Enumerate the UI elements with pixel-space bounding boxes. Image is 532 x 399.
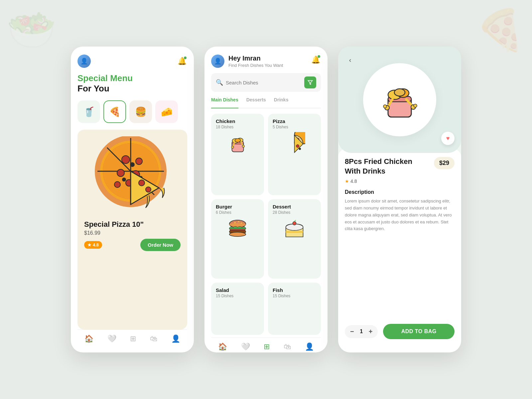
fish-title: Fish <box>273 287 316 293</box>
quantity-increase[interactable]: + <box>369 328 373 335</box>
screen2-header: 👤 Hey Imran Find Fresh Dishes You Want 🔔 <box>211 55 321 68</box>
screen3-hero: ‹ <box>338 47 461 153</box>
bell-icon[interactable]: 🔔 <box>177 56 187 66</box>
bell-icon-2[interactable]: 🔔 <box>310 55 321 65</box>
svg-point-56 <box>394 89 405 96</box>
svg-point-9 <box>117 169 124 177</box>
star-icon: ★ <box>87 242 91 247</box>
svg-line-45 <box>295 220 296 221</box>
svg-point-32 <box>296 145 299 148</box>
filter-button[interactable] <box>304 76 316 88</box>
svg-point-52 <box>383 105 387 108</box>
burger-icon <box>216 217 259 242</box>
avatar: 👤 <box>77 55 91 68</box>
product-hero-image <box>363 63 436 136</box>
svg-point-55 <box>414 104 417 107</box>
dessert-icon <box>273 217 316 242</box>
screen1-header: 👤 🔔 <box>77 55 187 68</box>
salad-count: 15 Dishes <box>216 294 259 298</box>
screen3-content: 8Pcs Fried Chicken With Drinks $29 ★ 4.8… <box>338 149 461 352</box>
pizza-title: Pizza <box>273 118 316 124</box>
svg-point-15 <box>122 178 126 182</box>
nav2-profile[interactable]: 👤 <box>305 342 314 351</box>
nav-grid[interactable]: ⊞ <box>130 334 136 343</box>
svg-rect-43 <box>286 231 303 233</box>
svg-point-35 <box>229 223 246 226</box>
quantity-value: 1 <box>358 329 365 334</box>
fish-count: 15 Dishes <box>273 294 316 298</box>
dessert-count: 28 Dishes <box>273 210 316 215</box>
dessert-title: Dessert <box>273 204 316 209</box>
burger-title: Burger <box>216 204 259 209</box>
pizza-count: 5 Dishes <box>273 125 316 129</box>
greeting-subtext: Find Fresh Dishes You Want <box>228 63 283 68</box>
category-drinks[interactable]: 🥤 <box>77 100 100 123</box>
category-burger[interactable]: 🍔 <box>129 100 152 123</box>
product-name: 8Pcs Fried Chicken With Drinks <box>345 157 430 176</box>
favorite-button[interactable]: ♥ <box>441 132 455 145</box>
category-cheese[interactable]: 🧀 <box>155 100 178 123</box>
menu-card-chicken[interactable]: Chicken 18 Dishes <box>211 114 264 195</box>
search-icon: 🔍 <box>216 79 223 86</box>
order-now-button[interactable]: Order Now <box>140 239 181 251</box>
svg-point-44 <box>293 221 296 225</box>
add-to-bag-row: − 1 + ADD TO BAG <box>345 324 455 344</box>
rating-number: 4.8 <box>350 179 357 184</box>
chicken-icon <box>216 132 259 159</box>
back-button[interactable]: ‹ <box>345 55 355 65</box>
quantity-control: − 1 + <box>345 325 378 338</box>
svg-point-41 <box>229 232 246 236</box>
nav-favorites[interactable]: 🤍 <box>107 334 116 343</box>
featured-card: Special Pizza 10" $16.99 ★ 4.8 Order Now <box>77 130 187 330</box>
screen2-phone: 👤 Hey Imran Find Fresh Dishes You Want 🔔… <box>204 47 328 352</box>
chicken-count: 18 Dishes <box>216 125 259 129</box>
featured-price: $16.99 <box>84 230 181 236</box>
nav2-favorites[interactable]: 🤍 <box>241 342 250 351</box>
tab-desserts[interactable]: Desserts <box>246 97 266 105</box>
add-to-bag-button[interactable]: ADD TO BAG <box>383 324 455 339</box>
category-pizza[interactable]: 🍕 <box>103 100 126 123</box>
screens-container: 👤 🔔 Special Menu For You 🥤 🍕 🍔 🧀 <box>71 47 461 352</box>
svg-point-24 <box>231 146 234 148</box>
search-input[interactable] <box>226 80 302 85</box>
svg-point-17 <box>139 180 145 186</box>
search-bar: 🔍 <box>211 73 321 92</box>
nav-bag[interactable]: 🛍 <box>150 334 157 343</box>
featured-name: Special Pizza 10" <box>84 220 181 229</box>
nav2-bag[interactable]: 🛍 <box>284 342 291 351</box>
rating-badge: ★ 4.8 <box>84 241 102 249</box>
nav-profile[interactable]: 👤 <box>171 334 180 343</box>
quantity-decrease[interactable]: − <box>350 328 354 335</box>
nav2-grid[interactable]: ⊞ <box>264 342 270 351</box>
bg-decor-tr: 🍕 <box>475 7 525 54</box>
description-text: Lorem ipsum dolor sit amet, consetetur s… <box>345 198 455 317</box>
nav-home[interactable]: 🏠 <box>84 334 93 343</box>
description-title: Description <box>345 189 455 195</box>
screen1-title: Special Menu For You <box>77 73 187 94</box>
tab-drinks[interactable]: Drinks <box>274 97 289 105</box>
bell-notification-dot <box>184 57 187 59</box>
bottom-nav-2: 🏠 🤍 ⊞ 🛍 👤 <box>211 337 321 352</box>
svg-point-28 <box>235 139 240 142</box>
svg-point-27 <box>242 145 244 147</box>
salad-title: Salad <box>216 287 259 293</box>
menu-card-salad[interactable]: Salad 15 Dishes <box>211 283 264 335</box>
menu-card-dessert[interactable]: Dessert 28 Dishes <box>268 199 321 279</box>
chicken-title: Chicken <box>216 118 259 124</box>
pizza-illustration <box>92 136 172 216</box>
category-row: 🥤 🍕 🍔 🧀 <box>77 100 187 123</box>
svg-marker-19 <box>308 80 312 84</box>
screen1-phone: 👤 🔔 Special Menu For You 🥤 🍕 🍔 🧀 <box>71 47 194 352</box>
menu-card-pizza[interactable]: Pizza 5 Dishes <box>268 114 321 195</box>
bg-decor-tl: 🥗 <box>7 7 57 54</box>
star-icon: ★ <box>345 179 349 184</box>
nav2-home[interactable]: 🏠 <box>218 342 227 351</box>
featured-bottom: ★ 4.8 Order Now <box>84 239 181 251</box>
svg-point-8 <box>136 158 142 165</box>
product-header: 8Pcs Fried Chicken With Drinks $29 <box>345 157 455 176</box>
menu-card-burger[interactable]: Burger 6 Dishes <box>211 199 264 279</box>
user-greeting: Hey Imran Find Fresh Dishes You Want <box>228 55 283 68</box>
menu-card-fish[interactable]: Fish 15 Dishes <box>268 283 321 335</box>
tab-main-dishes[interactable]: Main Dishes <box>211 97 238 108</box>
tab-row: Main Dishes Desserts Drinks <box>211 97 321 108</box>
